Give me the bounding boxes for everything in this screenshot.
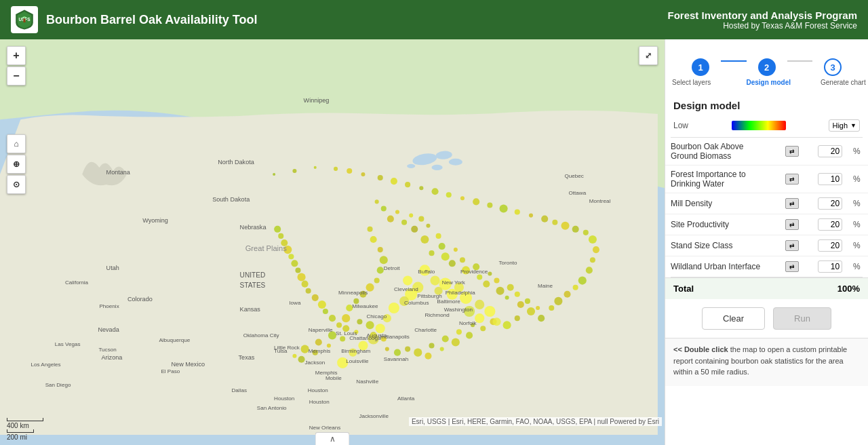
svg-point-95 [590,257,595,263]
svg-point-126 [278,233,283,239]
svg-text:Milwaukee: Milwaukee [352,303,378,309]
app-header: USFS Bourbon Barrel Oak Availability Too… [0,0,868,39]
svg-text:Norfolk: Norfolk [459,320,477,326]
svg-point-76 [378,175,383,180]
svg-point-59 [357,319,362,324]
clear-button[interactable]: Clear [702,307,765,330]
color-scale-dropdown[interactable]: High ▼ [829,119,860,132]
row-slider-icon-1[interactable]: ⇄ [785,174,799,185]
svg-point-94 [593,246,599,253]
row-icon-cell-1[interactable]: ⇄ [776,166,807,193]
svg-point-24 [460,257,465,263]
svg-point-120 [297,273,305,281]
row-value-input-2[interactable] [818,197,842,210]
row-slider-icon-4[interactable]: ⇄ [785,240,799,251]
row-slider-icon-2[interactable]: ⇄ [785,198,799,209]
svg-point-93 [589,235,597,244]
svg-point-100 [554,297,562,305]
row-value-input-1[interactable] [818,173,842,185]
svg-point-35 [517,301,524,308]
compass-button[interactable]: ⊙ [7,175,26,194]
svg-point-107 [374,278,380,284]
svg-text:Las Vegas: Las Vegas [55,341,81,347]
svg-point-16 [426,224,430,228]
row-value-cell-2[interactable] [807,193,848,214]
map-scale: 400 km 200 mi [7,418,43,441]
row-value-cell-4[interactable] [807,235,848,256]
svg-point-52 [414,349,422,357]
svg-point-91 [572,226,579,233]
connector-1-2 [721,60,747,62]
row-icon-cell-4[interactable]: ⇄ [776,235,807,256]
step-3[interactable]: 3 [812,58,853,76]
svg-point-123 [288,254,294,259]
svg-text:Winnipeg: Winnipeg [304,97,330,104]
svg-text:Iowa: Iowa [289,300,301,306]
svg-point-86 [515,210,520,215]
row-value-input-5[interactable] [818,260,842,273]
expand-button[interactable]: ⤢ [639,46,658,65]
row-icon-cell-0[interactable]: ⇄ [776,138,807,166]
svg-text:Toronto: Toronto [499,260,517,266]
row-value-cell-0[interactable] [807,138,848,166]
svg-point-6 [431,165,442,170]
program-name: Forest Inventory and Analysis Program [667,9,857,21]
row-icon-cell-2[interactable]: ⇄ [776,193,807,214]
color-scale-low-label: Low [673,121,688,130]
svg-point-72 [314,166,317,169]
color-scale-high-label: High [832,121,848,130]
svg-point-13 [409,214,413,218]
row-pct-cell-2: % [848,193,868,214]
svg-text:Nebraska: Nebraska [240,224,267,231]
step-2[interactable]: 2 [747,58,787,76]
zoom-out-button[interactable]: − [7,66,26,85]
row-slider-icon-3[interactable]: ⇄ [785,219,799,230]
map-svg[interactable]: North Dakota Montana Wyoming UNITED STAT… [0,39,665,445]
svg-text:Houston: Houston [309,399,330,405]
svg-text:Dallas: Dallas [231,387,246,393]
row-value-cell-3[interactable] [807,214,848,235]
svg-text:Texas: Texas [239,354,255,361]
svg-rect-1 [23,18,25,22]
map-area[interactable]: North Dakota Montana Wyoming UNITED STAT… [0,39,665,445]
home-button[interactable]: ⌂ [7,134,26,153]
svg-point-75 [361,172,365,176]
row-value-input-3[interactable] [818,218,842,231]
svg-point-115 [323,309,328,314]
sidebar: 1 2 3 Select layers Design model Generat… [665,39,868,445]
svg-point-80 [431,188,438,195]
zoom-in-button[interactable]: + [7,46,26,65]
svg-text:New Mexico: New Mexico [172,361,205,368]
svg-point-99 [564,291,570,298]
svg-point-112 [342,314,350,322]
svg-text:Montreal: Montreal [589,198,611,204]
model-row: Site Productivity ⇄ % [665,214,868,235]
collapse-button[interactable]: ∧ [315,432,350,445]
svg-point-122 [291,260,298,267]
row-value-cell-5[interactable] [807,256,848,277]
model-row: Forest Importance to Drinking Water ⇄ % [665,166,868,193]
step-labels: Select layers Design model Generate char… [672,76,861,92]
stepper: 1 2 3 Select layers Design model Generat… [665,39,868,92]
svg-text:Albuquerque: Albuquerque [159,338,190,344]
svg-text:Atlanta: Atlanta [397,395,415,402]
svg-text:Columbus: Columbus [404,300,429,306]
row-value-input-0[interactable] [818,145,842,157]
scale-label-mi: 200 mi [7,433,43,441]
row-label-4: Stand Size Class [665,235,776,256]
row-value-cell-1[interactable] [807,166,848,193]
row-icon-cell-5[interactable]: ⇄ [776,256,807,277]
row-slider-icon-0[interactable]: ⇄ [785,146,799,157]
svg-point-116 [318,301,326,309]
svg-point-85 [500,204,508,212]
svg-point-90 [561,222,569,230]
row-value-input-4[interactable] [818,239,842,252]
svg-point-73 [334,167,338,171]
location-button[interactable]: ⊕ [7,155,26,174]
row-pct-cell-0: % [848,138,868,166]
row-slider-icon-5[interactable]: ⇄ [785,261,799,272]
row-icon-cell-3[interactable]: ⇄ [776,214,807,235]
app-title: Bourbon Barrel Oak Availability Tool [46,13,257,27]
step-1[interactable]: 1 [680,58,721,76]
svg-text:Richmond: Richmond [425,312,449,318]
